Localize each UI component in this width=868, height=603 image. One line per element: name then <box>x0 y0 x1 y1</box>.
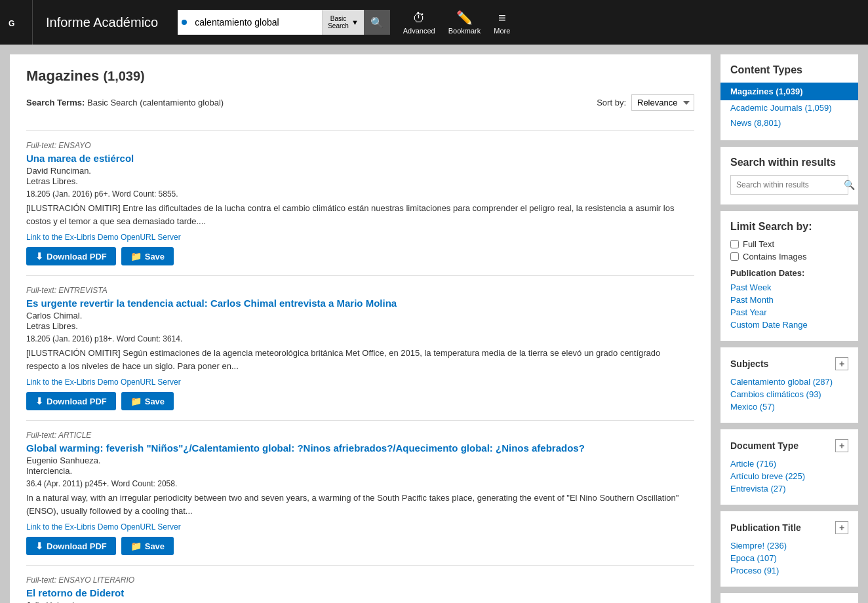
content-types-section: Content Types Magazines (1,039) Academic… <box>720 54 858 140</box>
content-type-magazines[interactable]: Magazines (1,039) <box>720 83 858 100</box>
article-item: Full-text: ENTREVISTA Es urgente reverti… <box>26 275 694 420</box>
article-abstract: [ILUSTRACIÓN OMITIR] Según estimaciones … <box>26 347 694 372</box>
search-type-label: Basic Search <box>328 15 349 29</box>
search-terms-value: Basic Search (calentamiento global) <box>87 98 224 107</box>
doc-type-item[interactable]: Article (716) <box>730 457 848 470</box>
download-icon: ⬇ <box>35 541 43 551</box>
images-checkbox[interactable] <box>730 252 739 261</box>
save-icon: 📁 <box>130 251 142 262</box>
doc-type-item[interactable]: Artículo breve (225) <box>730 470 848 482</box>
pub-title-item[interactable]: Proceso (91) <box>730 564 848 577</box>
article-title[interactable]: Global warming: feverish "Niños"¿/Calent… <box>26 442 694 454</box>
gale-logo-icon: G <box>7 12 26 32</box>
article-type: Full-text: ARTICLE <box>26 431 694 440</box>
sidebar: Content Types Magazines (1,039) Academic… <box>720 54 858 603</box>
subjects-title: Subjects <box>730 359 768 369</box>
doc-type-section: Document Type + Article (716) Artículo b… <box>720 429 858 505</box>
article-author: Julio Hubard. <box>26 600 694 603</box>
limit-search-title: Limit Search by: <box>730 221 848 233</box>
clock-icon: ⏱ <box>412 10 425 26</box>
search-bar: Basic Search ▼ 🔍 <box>178 10 390 35</box>
pub-title-expand-button[interactable]: + <box>835 521 848 534</box>
search-within-input[interactable] <box>731 176 840 194</box>
pub-dates-title: Publication Dates: <box>730 268 848 278</box>
article-title[interactable]: El retorno de Diderot <box>26 587 694 598</box>
advanced-action[interactable]: ⏱ Advanced <box>403 10 435 35</box>
subject-item[interactable]: Calentamiento global (287) <box>730 376 848 388</box>
results-title-text: Magazines <box>26 68 99 84</box>
article-title[interactable]: Una marea de estiércol <box>26 153 694 164</box>
menu-icon: ≡ <box>498 10 506 26</box>
filter-past-month[interactable]: Past Month <box>730 294 848 306</box>
article-openurl-link[interactable]: Link to the Ex-Libris Demo OpenURL Serve… <box>26 233 694 242</box>
pub-title-item[interactable]: Epoca (107) <box>730 552 848 564</box>
subjects-expand-button[interactable]: + <box>835 357 848 370</box>
search-submit-icon: 🔍 <box>370 16 384 29</box>
article-author: Carlos Chimal. <box>26 311 694 321</box>
save-button[interactable]: 📁 Save <box>121 247 174 265</box>
article-abstract: In a natural way, with an irregular peri… <box>26 492 694 517</box>
pub-title-section-label: Publication Title <box>730 522 801 533</box>
article-author: Eugenio Sanhueza. <box>26 456 694 465</box>
bookmark-icon: ✏️ <box>456 10 473 26</box>
download-icon: ⬇ <box>35 396 43 406</box>
search-input-wrap: Basic Search ▼ <box>178 10 364 35</box>
doc-type-item[interactable]: Entrevista (27) <box>730 482 848 495</box>
article-meta: 18.205 (Jan. 2016) p6+. Word Count: 5855… <box>26 189 694 199</box>
fulltext-checkbox-row: Full Text <box>730 239 848 249</box>
doc-type-header[interactable]: Document Type + <box>730 439 848 452</box>
search-input[interactable] <box>191 10 322 34</box>
search-type-button[interactable]: Basic Search ▼ <box>322 10 364 35</box>
article-item: Full-text: ENSAYO LITERARIO El retorno d… <box>26 565 694 603</box>
more-action[interactable]: ≡ More <box>494 10 510 35</box>
download-pdf-button[interactable]: ⬇ Download PDF <box>26 392 116 410</box>
subjects-section: Subjects + Calentamiento global (287) Ca… <box>720 347 858 423</box>
article-openurl-link[interactable]: Link to the Ex-Libris Demo OpenURL Serve… <box>26 378 694 387</box>
article-title[interactable]: Es urgente revertir la tendencia actual:… <box>26 298 694 309</box>
main-content: Magazines (1,039) Search Terms: Basic Se… <box>0 45 868 603</box>
search-within-icon: 🔍 <box>844 180 855 190</box>
article-item: Full-text: ENSAYO Una marea de estiércol… <box>26 130 694 275</box>
download-icon: ⬇ <box>35 251 43 262</box>
subjects-header[interactable]: Subjects + <box>730 357 848 370</box>
sort-select[interactable]: Relevance Date Author Title <box>631 94 694 111</box>
filter-past-week[interactable]: Past Week <box>730 281 848 294</box>
download-pdf-button[interactable]: ⬇ Download PDF <box>26 247 116 265</box>
bookmark-action[interactable]: ✏️ Bookmark <box>448 10 481 35</box>
filter-custom-range[interactable]: Custom Date Range <box>730 319 848 331</box>
search-within-title: Search within results <box>730 157 848 168</box>
content-type-journals[interactable]: Academic Journals (1,059) <box>730 100 848 115</box>
save-label: Save <box>145 397 165 406</box>
search-dot-icon <box>182 20 187 25</box>
save-icon: 📁 <box>130 396 142 406</box>
chevron-down-icon: ▼ <box>351 18 359 26</box>
save-button[interactable]: 📁 Save <box>121 392 174 410</box>
pub-title-item[interactable]: Siempre! (236) <box>730 539 848 552</box>
article-actions: ⬇ Download PDF 📁 Save <box>26 247 694 265</box>
search-within-button[interactable]: 🔍 <box>840 180 859 190</box>
subject-item[interactable]: Cambios climáticos (93) <box>730 388 848 400</box>
doc-type-expand-button[interactable]: + <box>835 439 848 452</box>
download-pdf-button[interactable]: ⬇ Download PDF <box>26 537 116 555</box>
logo-container: G <box>0 0 33 45</box>
results-title: Magazines (1,039) <box>26 68 694 85</box>
article-meta: 18.205 (Jan. 2016) p18+. Word Count: 361… <box>26 334 694 343</box>
save-button[interactable]: 📁 Save <box>121 537 174 555</box>
save-label: Save <box>145 541 165 551</box>
article-actions: ⬇ Download PDF 📁 Save <box>26 392 694 410</box>
search-submit-button[interactable]: 🔍 <box>364 10 390 35</box>
fulltext-checkbox[interactable] <box>730 240 739 248</box>
save-label: Save <box>145 252 165 262</box>
pub-title-header[interactable]: Publication Title + <box>730 521 848 534</box>
filter-past-year[interactable]: Past Year <box>730 306 848 319</box>
article-openurl-link[interactable]: Link to the Ex-Libris Demo OpenURL Serve… <box>26 522 694 532</box>
images-label: Contains Images <box>743 252 807 262</box>
more-label: More <box>494 27 510 35</box>
svg-text:G: G <box>9 19 14 28</box>
sort-by: Sort by: Relevance Date Author Title <box>597 94 694 111</box>
analyze-section: Analyze Topic Finder Create Search Alert <box>720 593 858 603</box>
search-terms: Search Terms: Basic Search (calentamient… <box>26 98 224 107</box>
article-type: Full-text: ENSAYO LITERARIO <box>26 575 694 585</box>
content-type-news[interactable]: News (8,801) <box>730 115 848 130</box>
subject-item[interactable]: Mexico (57) <box>730 400 848 413</box>
